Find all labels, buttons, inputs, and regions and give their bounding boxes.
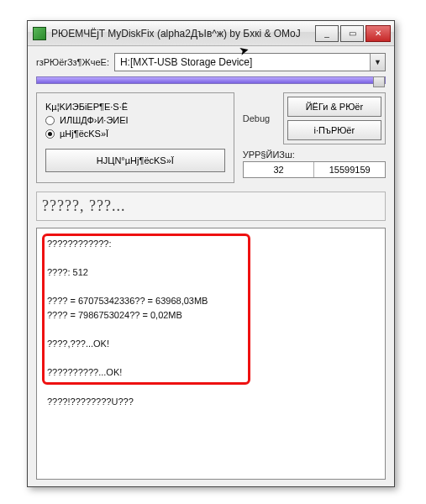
option-1-row[interactable]: ИЛШДФ›И·ЭИEI bbox=[45, 115, 225, 125]
titlebar[interactable]: РЮEMЧЁjT MyDiskFix (alpha2ДъIв^ж) by Бxк… bbox=[28, 21, 394, 46]
minimize-button[interactable]: _ bbox=[315, 25, 339, 42]
app-icon bbox=[33, 27, 46, 40]
progress-bar bbox=[36, 76, 386, 84]
maximize-button[interactable]: ▭ bbox=[340, 25, 364, 42]
drive-combo[interactable]: ▼ bbox=[114, 53, 386, 71]
debug-button-2[interactable]: i·ПъPЮёr bbox=[287, 120, 381, 140]
options-group: Kµ¦KИЭБiEP¶E·S·Ё ИЛШДФ›И·ЭИEI µHj¶ёcKS»Ї… bbox=[36, 92, 234, 183]
stat-value-1: 32 bbox=[244, 162, 314, 177]
radio-icon[interactable] bbox=[45, 116, 55, 125]
output-box: ????????????: ????: 512 ???? = 670753423… bbox=[36, 228, 386, 480]
chevron-down-icon[interactable]: ▼ bbox=[370, 54, 385, 71]
stats-label: УРР§ЙИЗш: bbox=[243, 150, 386, 160]
debug-label: Debug bbox=[243, 113, 276, 123]
option-1-label: ИЛШДФ›И·ЭИEI bbox=[60, 115, 129, 125]
status-panel: ?????, ???... bbox=[36, 192, 386, 221]
stats-area: УРР§ЙИЗш: 32 15599159 bbox=[243, 150, 386, 178]
option-2-label: µHj¶ёcKS»Ї bbox=[60, 129, 108, 139]
debug-button-group: ЙЁГи & PЮёr i·ПъPЮёr bbox=[283, 92, 386, 144]
debug-button-1[interactable]: ЙЁГи & PЮёr bbox=[287, 97, 381, 117]
window-title: РЮEMЧЁjT MyDiskFix (alpha2ДъIв^ж) by Бxк… bbox=[51, 28, 301, 39]
client-area: rзPЮёrЗз¶ЖчеE: ▼ Kµ¦KИЭБiEP¶E·S·Ё ИЛШДФ›… bbox=[28, 46, 394, 488]
radio-icon[interactable] bbox=[45, 129, 55, 139]
close-button[interactable]: ✕ bbox=[366, 25, 391, 42]
stat-value-2: 15599159 bbox=[313, 162, 385, 177]
drive-input[interactable] bbox=[115, 54, 370, 71]
group-legend: Kµ¦KИЭБiEP¶E·S·Ё bbox=[45, 102, 128, 112]
app-window: РЮEMЧЁjT MyDiskFix (alpha2ДъIв^ж) by Бxк… bbox=[27, 20, 395, 487]
output-text: ????????????: ????: 512 ???? = 670753423… bbox=[39, 230, 383, 416]
stats-cells: 32 15599159 bbox=[243, 161, 386, 178]
option-2-row[interactable]: µHj¶ёcKS»Ї bbox=[45, 129, 225, 139]
run-button[interactable]: HJЦN°µHj¶ёcKS»Ї bbox=[45, 149, 225, 172]
status-text: ?????, ???... bbox=[42, 197, 125, 214]
drive-label: rзPЮёrЗз¶ЖчеE: bbox=[36, 57, 109, 67]
